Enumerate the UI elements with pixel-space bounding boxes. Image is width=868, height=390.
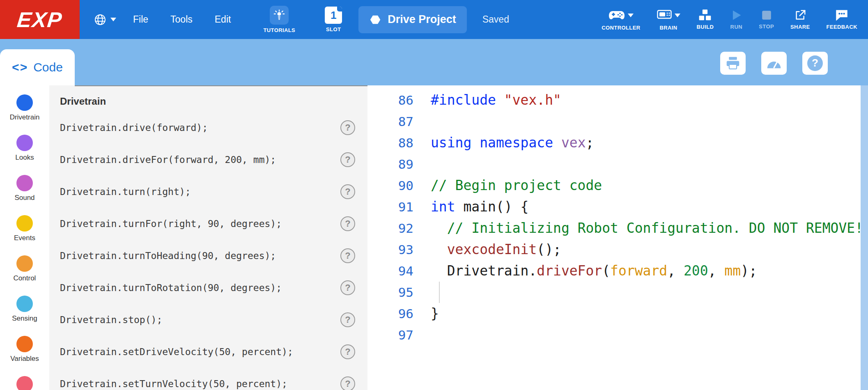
gauge-icon bbox=[766, 57, 782, 69]
line-number: 90 bbox=[367, 175, 413, 196]
line-number: 89 bbox=[367, 154, 413, 175]
sidebar-category-sensing[interactable]: Sensing bbox=[12, 296, 37, 323]
vex-exp-logo[interactable]: EXP bbox=[0, 0, 80, 39]
command-text[interactable]: Drivetrain.setTurnVelocity(50, percent); bbox=[60, 379, 287, 389]
category-color-dot[interactable] bbox=[16, 94, 33, 111]
code-token: ; bbox=[586, 135, 594, 151]
sidebar-category-sound[interactable]: Sound bbox=[14, 175, 34, 202]
code-line[interactable]: Drivetrain.driveFor(forward, 200, mm); bbox=[431, 260, 861, 282]
category-color-dot[interactable] bbox=[16, 175, 33, 191]
command-row[interactable]: Drivetrain.setDriveVelocity(50, percent)… bbox=[60, 336, 355, 368]
code-token: // Begin project code bbox=[431, 177, 602, 193]
command-row[interactable]: Drivetrain.drive(forward);? bbox=[60, 112, 355, 144]
line-number: 92 bbox=[367, 218, 413, 239]
command-help-button[interactable]: ? bbox=[340, 216, 355, 231]
code-line[interactable] bbox=[431, 324, 861, 346]
command-row[interactable]: Drivetrain.turnToRotation(90, degrees);? bbox=[60, 272, 355, 304]
controller-button[interactable]: CONTROLLER bbox=[602, 8, 640, 31]
category-label: Variables bbox=[10, 355, 39, 363]
sidebar-category-drivetrain[interactable]: Drivetrain bbox=[10, 94, 40, 122]
code-line[interactable] bbox=[431, 111, 861, 132]
editor-scrollbar[interactable] bbox=[861, 85, 868, 390]
category-color-dot[interactable] bbox=[16, 255, 33, 272]
project-name-button[interactable]: Drive Project bbox=[358, 6, 467, 33]
command-help-button[interactable]: ? bbox=[340, 184, 355, 199]
command-row[interactable]: Drivetrain.driveFor(forward, 200, mm);? bbox=[60, 144, 355, 176]
share-label: SHARE bbox=[790, 24, 810, 30]
command-text[interactable]: Drivetrain.drive(forward); bbox=[60, 122, 208, 133]
menu-file[interactable]: File bbox=[122, 14, 159, 25]
menu-tools[interactable]: Tools bbox=[159, 14, 204, 25]
sidebar-category-variables[interactable]: Variables bbox=[10, 336, 39, 363]
menu-bar: File Tools Edit bbox=[122, 14, 242, 25]
code-line[interactable]: vexcodeInit(); bbox=[431, 239, 861, 260]
sidebar-category-extra[interactable] bbox=[16, 376, 33, 390]
help-button[interactable]: ? bbox=[802, 52, 828, 75]
command-help-button[interactable]: ? bbox=[340, 248, 355, 263]
line-number: 88 bbox=[367, 132, 413, 154]
command-text[interactable]: Drivetrain.turnFor(right, 90, degrees); bbox=[60, 218, 282, 229]
command-help-button[interactable]: ? bbox=[340, 376, 355, 390]
command-help-button[interactable]: ? bbox=[340, 152, 355, 167]
command-text[interactable]: Drivetrain.turnToRotation(90, degrees); bbox=[60, 282, 282, 293]
tutorials-button[interactable]: TUTORIALS bbox=[263, 6, 295, 33]
command-text[interactable]: Drivetrain.turn(right); bbox=[60, 186, 191, 197]
code-line[interactable]: // Begin project code bbox=[431, 175, 861, 196]
code-line[interactable]: int main() { bbox=[431, 196, 861, 218]
build-button[interactable]: BUILD bbox=[697, 9, 714, 30]
command-text[interactable]: Drivetrain.setDriveVelocity(50, percent)… bbox=[60, 346, 293, 357]
stop-square-icon bbox=[761, 9, 772, 21]
brain-button[interactable]: BRAIN bbox=[657, 8, 680, 31]
panel-top-border bbox=[75, 85, 367, 86]
tutorials-label: TUTORIALS bbox=[263, 27, 295, 33]
code-token: , bbox=[708, 263, 725, 279]
print-button[interactable] bbox=[720, 52, 746, 75]
category-color-dot[interactable] bbox=[16, 376, 33, 390]
code-line[interactable]: #include "vex.h" bbox=[431, 89, 861, 111]
category-color-dot[interactable] bbox=[16, 336, 33, 352]
menu-edit[interactable]: Edit bbox=[204, 14, 242, 25]
category-color-dot[interactable] bbox=[16, 135, 33, 151]
build-label: BUILD bbox=[697, 24, 714, 30]
command-row[interactable]: Drivetrain.setTurnVelocity(50, percent);… bbox=[60, 368, 355, 390]
category-color-dot[interactable] bbox=[16, 296, 33, 312]
code-line[interactable] bbox=[431, 282, 861, 303]
command-text[interactable]: Drivetrain.driveFor(forward, 200, mm); bbox=[60, 154, 276, 165]
command-help-button[interactable]: ? bbox=[340, 344, 355, 359]
editor-tab-bar: <> Code ? bbox=[0, 39, 868, 85]
sidebar-category-events[interactable]: Events bbox=[14, 215, 35, 242]
language-menu-button[interactable] bbox=[94, 13, 116, 26]
share-button[interactable]: SHARE bbox=[790, 9, 810, 30]
feedback-button[interactable]: FEEDBACK bbox=[827, 9, 857, 30]
run-button[interactable]: RUN bbox=[730, 9, 742, 30]
run-label: RUN bbox=[730, 24, 742, 30]
command-help-button[interactable]: ? bbox=[340, 280, 355, 295]
code-line[interactable]: } bbox=[431, 303, 861, 324]
command-row[interactable]: Drivetrain.stop();? bbox=[60, 304, 355, 336]
command-help-button[interactable]: ? bbox=[340, 312, 355, 327]
code-token: vex bbox=[561, 135, 586, 151]
slot-button[interactable]: 1 SLOT bbox=[325, 7, 342, 32]
code-token bbox=[431, 241, 447, 257]
command-row[interactable]: Drivetrain.turnToHeading(90, degrees);? bbox=[60, 240, 355, 272]
command-help-button[interactable]: ? bbox=[340, 120, 355, 135]
sidebar-category-control[interactable]: Control bbox=[14, 255, 36, 282]
code-editor[interactable]: 868788899091929394959697 #include "vex.h… bbox=[367, 85, 861, 390]
category-color-dot[interactable] bbox=[16, 215, 33, 232]
code-line[interactable]: using namespace vex; bbox=[431, 132, 861, 154]
stop-button[interactable]: STOP bbox=[759, 9, 774, 30]
category-label: Sound bbox=[14, 194, 34, 202]
sidebar-category-looks[interactable]: Looks bbox=[15, 135, 34, 162]
tab-code[interactable]: <> Code bbox=[0, 49, 75, 85]
code-line[interactable] bbox=[431, 154, 861, 175]
command-text[interactable]: Drivetrain.turnToHeading(90, degrees); bbox=[60, 250, 276, 261]
command-row[interactable]: Drivetrain.turnFor(right, 90, degrees);? bbox=[60, 208, 355, 240]
code-token: (); bbox=[537, 241, 561, 257]
editor-code[interactable]: #include "vex.h"using namespace vex;// B… bbox=[413, 85, 861, 390]
command-text[interactable]: Drivetrain.stop(); bbox=[60, 314, 162, 325]
brain-label: BRAIN bbox=[659, 25, 677, 31]
command-row[interactable]: Drivetrain.turn(right);? bbox=[60, 176, 355, 208]
monitor-button[interactable] bbox=[761, 52, 787, 75]
slot-label: SLOT bbox=[326, 26, 341, 32]
code-line[interactable]: // Initializing Robot Configuration. DO … bbox=[431, 218, 861, 239]
